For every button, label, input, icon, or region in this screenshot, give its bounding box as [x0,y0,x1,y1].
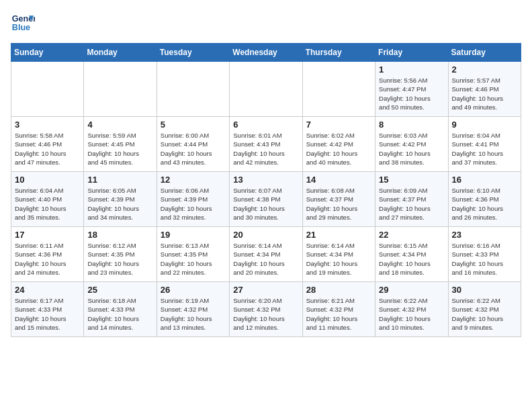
day-info: Sunrise: 6:14 AM Sunset: 4:34 PM Dayligh… [306,241,371,277]
calendar-cell: 23Sunrise: 6:16 AM Sunset: 4:33 PM Dayli… [448,227,521,282]
day-info: Sunrise: 6:05 AM Sunset: 4:39 PM Dayligh… [87,186,152,222]
day-number: 22 [379,230,444,240]
day-info: Sunrise: 6:04 AM Sunset: 4:41 PM Dayligh… [452,131,517,167]
calendar-cell: 26Sunrise: 6:19 AM Sunset: 4:32 PM Dayli… [157,282,229,337]
calendar-cell: 12Sunrise: 6:06 AM Sunset: 4:39 PM Dayli… [157,172,229,227]
day-number: 1 [379,64,444,75]
calendar-cell [302,62,375,117]
day-number: 25 [87,285,152,295]
logo: General Blue [11,11,35,35]
day-number: 18 [87,230,152,240]
day-info: Sunrise: 6:15 AM Sunset: 4:34 PM Dayligh… [379,241,444,277]
calendar-week-1: 1Sunrise: 5:56 AM Sunset: 4:47 PM Daylig… [11,62,521,117]
day-number: 17 [15,230,80,240]
day-number: 3 [15,120,80,130]
day-number: 2 [452,64,517,75]
calendar-cell [230,62,302,117]
day-info: Sunrise: 6:03 AM Sunset: 4:42 PM Dayligh… [379,131,444,167]
calendar-cell: 19Sunrise: 6:13 AM Sunset: 4:35 PM Dayli… [157,227,229,282]
day-number: 5 [161,120,226,130]
calendar-cell: 22Sunrise: 6:15 AM Sunset: 4:34 PM Dayli… [375,227,448,282]
calendar-header: SundayMondayTuesdayWednesdayThursdayFrid… [11,44,521,62]
calendar-cell: 11Sunrise: 6:05 AM Sunset: 4:39 PM Dayli… [84,172,157,227]
weekday-header-tuesday: Tuesday [157,44,229,62]
day-number: 19 [161,230,226,240]
logo-icon: General Blue [11,11,35,35]
day-info: Sunrise: 6:21 AM Sunset: 4:32 PM Dayligh… [306,296,371,332]
calendar-cell: 4Sunrise: 5:59 AM Sunset: 4:45 PM Daylig… [84,117,157,172]
calendar-week-3: 10Sunrise: 6:04 AM Sunset: 4:40 PM Dayli… [11,172,521,227]
calendar-cell: 10Sunrise: 6:04 AM Sunset: 4:40 PM Dayli… [11,172,84,227]
day-number: 9 [452,120,517,130]
day-info: Sunrise: 6:04 AM Sunset: 4:40 PM Dayligh… [15,186,80,222]
day-info: Sunrise: 6:17 AM Sunset: 4:33 PM Dayligh… [15,296,80,332]
day-number: 24 [15,285,80,295]
calendar-cell: 13Sunrise: 6:07 AM Sunset: 4:38 PM Dayli… [230,172,302,227]
day-number: 15 [379,175,444,185]
calendar-cell: 1Sunrise: 5:56 AM Sunset: 4:47 PM Daylig… [375,62,448,117]
day-info: Sunrise: 6:22 AM Sunset: 4:32 PM Dayligh… [452,296,517,332]
day-info: Sunrise: 6:10 AM Sunset: 4:36 PM Dayligh… [452,186,517,222]
day-number: 21 [306,230,371,240]
day-number: 12 [161,175,226,185]
weekday-header-saturday: Saturday [448,44,521,62]
day-info: Sunrise: 6:00 AM Sunset: 4:44 PM Dayligh… [161,131,226,167]
calendar-cell: 8Sunrise: 6:03 AM Sunset: 4:42 PM Daylig… [375,117,448,172]
calendar-cell: 21Sunrise: 6:14 AM Sunset: 4:34 PM Dayli… [302,227,375,282]
header-row: SundayMondayTuesdayWednesdayThursdayFrid… [11,44,521,62]
day-number: 16 [452,175,517,185]
calendar-body: 1Sunrise: 5:56 AM Sunset: 4:47 PM Daylig… [11,62,521,337]
calendar-cell: 24Sunrise: 6:17 AM Sunset: 4:33 PM Dayli… [11,282,84,337]
day-number: 27 [233,285,298,295]
day-info: Sunrise: 6:16 AM Sunset: 4:33 PM Dayligh… [452,241,517,277]
day-info: Sunrise: 5:57 AM Sunset: 4:46 PM Dayligh… [452,76,517,111]
day-number: 23 [452,230,517,240]
calendar-week-4: 17Sunrise: 6:11 AM Sunset: 4:36 PM Dayli… [11,227,521,282]
calendar-cell: 9Sunrise: 6:04 AM Sunset: 4:41 PM Daylig… [448,117,521,172]
day-number: 4 [87,120,152,130]
day-number: 30 [452,285,517,295]
calendar-cell: 5Sunrise: 6:00 AM Sunset: 4:44 PM Daylig… [157,117,229,172]
calendar-cell: 30Sunrise: 6:22 AM Sunset: 4:32 PM Dayli… [448,282,521,337]
calendar-cell [84,62,157,117]
calendar-cell [157,62,229,117]
svg-text:Blue: Blue [12,23,30,32]
day-number: 20 [233,230,298,240]
day-info: Sunrise: 6:09 AM Sunset: 4:37 PM Dayligh… [379,186,444,222]
calendar-cell: 15Sunrise: 6:09 AM Sunset: 4:37 PM Dayli… [375,172,448,227]
page-header: General Blue [11,11,521,35]
calendar-table: SundayMondayTuesdayWednesdayThursdayFrid… [11,43,521,337]
calendar-week-2: 3Sunrise: 5:58 AM Sunset: 4:46 PM Daylig… [11,117,521,172]
day-info: Sunrise: 6:22 AM Sunset: 4:32 PM Dayligh… [379,296,444,332]
calendar-cell: 20Sunrise: 6:14 AM Sunset: 4:34 PM Dayli… [230,227,302,282]
calendar-cell: 6Sunrise: 6:01 AM Sunset: 4:43 PM Daylig… [230,117,302,172]
day-info: Sunrise: 6:13 AM Sunset: 4:35 PM Dayligh… [161,241,226,277]
day-info: Sunrise: 6:06 AM Sunset: 4:39 PM Dayligh… [161,186,226,222]
day-info: Sunrise: 6:18 AM Sunset: 4:33 PM Dayligh… [87,296,152,332]
weekday-header-friday: Friday [375,44,448,62]
day-info: Sunrise: 6:12 AM Sunset: 4:35 PM Dayligh… [87,241,152,277]
day-number: 29 [379,285,444,295]
day-number: 13 [233,175,298,185]
day-info: Sunrise: 6:11 AM Sunset: 4:36 PM Dayligh… [15,241,80,277]
calendar-cell: 14Sunrise: 6:08 AM Sunset: 4:37 PM Dayli… [302,172,375,227]
day-info: Sunrise: 6:02 AM Sunset: 4:42 PM Dayligh… [306,131,371,167]
calendar-cell: 17Sunrise: 6:11 AM Sunset: 4:36 PM Dayli… [11,227,84,282]
day-info: Sunrise: 6:08 AM Sunset: 4:37 PM Dayligh… [306,186,371,222]
day-number: 11 [87,175,152,185]
day-info: Sunrise: 5:58 AM Sunset: 4:46 PM Dayligh… [15,131,80,167]
calendar-cell: 7Sunrise: 6:02 AM Sunset: 4:42 PM Daylig… [302,117,375,172]
weekday-header-wednesday: Wednesday [230,44,302,62]
day-number: 28 [306,285,371,295]
calendar-cell: 16Sunrise: 6:10 AM Sunset: 4:36 PM Dayli… [448,172,521,227]
day-number: 8 [379,120,444,130]
day-info: Sunrise: 5:56 AM Sunset: 4:47 PM Dayligh… [379,76,444,111]
calendar-cell: 29Sunrise: 6:22 AM Sunset: 4:32 PM Dayli… [375,282,448,337]
day-number: 7 [306,120,371,130]
day-number: 26 [161,285,226,295]
weekday-header-thursday: Thursday [302,44,375,62]
calendar-cell: 3Sunrise: 5:58 AM Sunset: 4:46 PM Daylig… [11,117,84,172]
day-info: Sunrise: 6:14 AM Sunset: 4:34 PM Dayligh… [233,241,298,277]
day-number: 10 [15,175,80,185]
day-info: Sunrise: 6:19 AM Sunset: 4:32 PM Dayligh… [161,296,226,332]
